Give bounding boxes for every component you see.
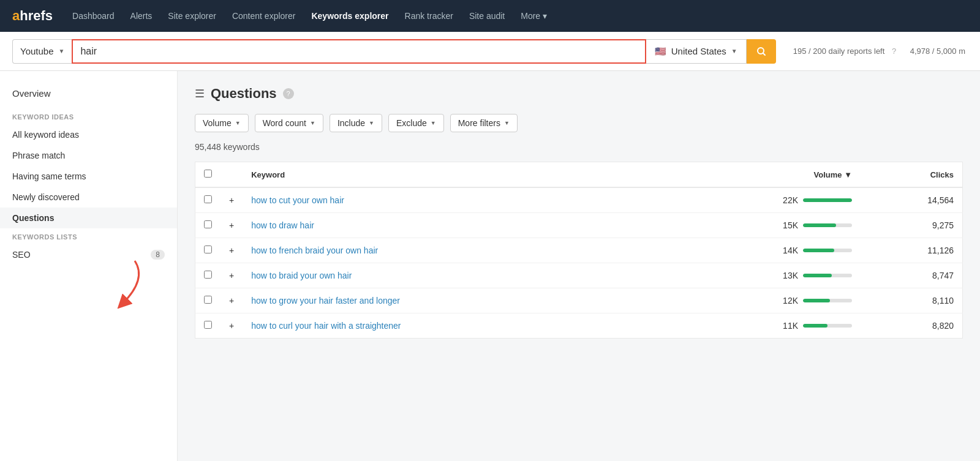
add-keyword-btn[interactable]: + — [221, 213, 243, 238]
row-checkbox-cell — [195, 213, 221, 238]
add-keyword-btn[interactable]: + — [221, 313, 243, 339]
clicks-cell: 14,564 — [861, 187, 962, 213]
row-checkbox[interactable] — [204, 195, 212, 203]
main-content: ☰ Questions ? Volume ▼ Word count ▼ Incl… — [178, 71, 980, 461]
nav-site-audit[interactable]: Site audit — [463, 7, 511, 24]
help-icon[interactable]: ? — [892, 47, 896, 56]
table-row: + how to draw hair 15K 9,275 — [195, 213, 963, 238]
sidebar-item-questions[interactable]: Questions — [0, 208, 177, 228]
th-keyword: Keyword — [243, 162, 632, 188]
sidebar-item-all-keyword-ideas[interactable]: All keyword ideas — [0, 124, 177, 145]
volume-bar — [803, 198, 852, 202]
volume-number: 22K — [778, 195, 798, 205]
help-tooltip-icon[interactable]: ? — [283, 88, 294, 99]
keyword-link[interactable]: how to grow your hair faster and longer — [251, 296, 400, 305]
seo-badge: 8 — [151, 250, 165, 260]
volume-filter[interactable]: Volume ▼ — [195, 114, 249, 132]
clicks-cell: 8,747 — [861, 263, 962, 288]
search-input-wrapper — [72, 39, 646, 64]
keyword-link[interactable]: how to braid your own hair — [251, 271, 352, 280]
keyword-link[interactable]: how to draw hair — [251, 220, 314, 230]
chevron-down-icon: ▼ — [369, 120, 374, 126]
volume-bar — [803, 299, 852, 302]
volume-cell: 13K — [632, 263, 861, 288]
keyword-cell: how to curl your hair with a straightene… — [243, 313, 632, 339]
table-row: + how to curl your hair with a straighte… — [195, 313, 963, 339]
sidebar-item-newly-discovered[interactable]: Newly discovered — [0, 187, 177, 208]
sidebar-section-keyword-ideas: KEYWORD IDEAS — [0, 108, 177, 124]
th-clicks: Clicks — [861, 162, 962, 188]
row-checkbox[interactable] — [204, 220, 212, 228]
sidebar-item-overview[interactable]: Overview — [0, 83, 177, 108]
row-checkbox[interactable] — [204, 296, 212, 304]
row-checkbox[interactable] — [204, 271, 212, 279]
nav-more[interactable]: More ▾ — [514, 7, 553, 24]
table-row: + how to braid your own hair 13K 8,747 — [195, 263, 963, 288]
volume-number: 13K — [778, 271, 798, 280]
chevron-down-icon: ▼ — [731, 48, 737, 54]
keyword-cell: how to draw hair — [243, 213, 632, 238]
sidebar-section-keywords-lists: KEYWORDS LISTS — [0, 228, 177, 244]
exclude-filter[interactable]: Exclude ▼ — [388, 114, 444, 132]
select-all-checkbox[interactable] — [204, 170, 212, 178]
sidebar-item-phrase-match[interactable]: Phrase match — [0, 145, 177, 166]
row-checkbox-cell — [195, 288, 221, 313]
keyword-link[interactable]: how to curl your hair with a straightene… — [251, 321, 401, 331]
include-filter[interactable]: Include ▼ — [330, 114, 382, 132]
nav-site-explorer[interactable]: Site explorer — [162, 7, 222, 24]
table-row: + how to french braid your own hair 14K … — [195, 238, 963, 263]
sidebar-item-having-same-terms[interactable]: Having same terms — [0, 166, 177, 187]
row-checkbox-cell — [195, 263, 221, 288]
clicks-cell: 8,110 — [861, 288, 962, 313]
country-dropdown[interactable]: 🇺🇸 United States ▼ — [646, 39, 747, 64]
volume-bar — [803, 223, 852, 227]
volume-bar — [803, 249, 852, 252]
search-input[interactable] — [73, 40, 644, 62]
filters-bar: Volume ▼ Word count ▼ Include ▼ Exclude … — [195, 114, 963, 132]
volume-bar-fill — [803, 299, 830, 302]
nav-alerts[interactable]: Alerts — [124, 7, 159, 24]
add-keyword-btn[interactable]: + — [221, 238, 243, 263]
search-icon — [756, 47, 766, 56]
add-keyword-btn[interactable]: + — [221, 263, 243, 288]
chevron-down-icon: ▼ — [431, 120, 436, 126]
add-keyword-btn[interactable]: + — [221, 187, 243, 213]
volume-cell: 15K — [632, 213, 861, 238]
row-checkbox[interactable] — [204, 321, 212, 329]
search-stats: 195 / 200 daily reports left ? 4,978 / 5… — [791, 47, 968, 56]
nav-dashboard[interactable]: Dashboard — [66, 7, 121, 24]
add-keyword-btn[interactable]: + — [221, 288, 243, 313]
keyword-cell: how to cut your own hair — [243, 187, 632, 213]
volume-bar — [803, 324, 852, 328]
nav-content-explorer[interactable]: Content explorer — [226, 7, 302, 24]
row-checkbox[interactable] — [204, 245, 212, 253]
row-checkbox-cell — [195, 187, 221, 213]
more-filters[interactable]: More filters ▼ — [450, 114, 518, 132]
word-count-filter[interactable]: Word count ▼ — [255, 114, 323, 132]
volume-bar-fill — [803, 198, 852, 202]
search-button[interactable] — [747, 39, 776, 64]
volume-cell: 22K — [632, 187, 861, 213]
nav-rank-tracker[interactable]: Rank tracker — [399, 7, 459, 24]
nav-keywords-explorer[interactable]: Keywords explorer — [305, 7, 394, 24]
svg-line-1 — [763, 53, 765, 55]
volume-cell: 14K — [632, 238, 861, 263]
keyword-link[interactable]: how to cut your own hair — [251, 195, 344, 205]
keywords-count: 95,448 keywords — [195, 142, 963, 152]
sidebar-item-seo[interactable]: SEO 8 — [0, 244, 177, 265]
keyword-cell: how to braid your own hair — [243, 263, 632, 288]
top-nav: ahrefs Dashboard Alerts Site explorer Co… — [0, 0, 980, 32]
row-checkbox-cell — [195, 313, 221, 339]
chevron-down-icon: ▼ — [504, 120, 510, 126]
flag-icon: 🇺🇸 — [655, 46, 666, 57]
row-checkbox-cell — [195, 238, 221, 263]
volume-cell: 11K — [632, 313, 861, 339]
keyword-link[interactable]: how to french braid your own hair — [251, 245, 378, 255]
table-row: + how to grow your hair faster and longe… — [195, 288, 963, 313]
volume-number: 11K — [778, 321, 798, 331]
volume-bar-fill — [803, 324, 827, 328]
search-engine-dropdown[interactable]: Youtube ▼ — [12, 39, 72, 64]
logo[interactable]: ahrefs — [12, 8, 53, 24]
hamburger-icon[interactable]: ☰ — [195, 87, 205, 100]
volume-bar — [803, 274, 852, 277]
